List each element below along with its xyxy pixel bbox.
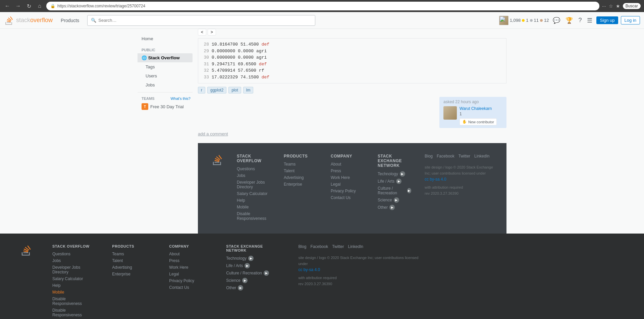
footer-2-network-other[interactable]: Other ▶ (226, 285, 281, 291)
footer-2-link-about[interactable]: About (169, 252, 209, 256)
license-link-1[interactable]: cc by-sa 4.0 (425, 176, 493, 183)
footer-link-dev-jobs-1[interactable]: Developer Jobs Directory (237, 180, 270, 189)
footer-link-enterprise-1[interactable]: Enterprise (284, 182, 317, 187)
sidebar-item-users[interactable]: Users (138, 71, 193, 80)
sidebar-item-home[interactable]: Home (138, 34, 193, 43)
footer-2-link-mobile[interactable]: Mobile (52, 290, 95, 295)
footer-link-disable-1[interactable]: Disable Responsiveness (237, 211, 270, 221)
footer-2-blog[interactable]: Blog (298, 244, 306, 249)
footer-2-twitter[interactable]: Twitter (332, 244, 344, 249)
license-suffix-1: with attribution required (425, 185, 463, 189)
menu-icon[interactable]: ☰ (586, 15, 594, 25)
footer-2-link-salary[interactable]: Salary Calculator (52, 276, 95, 281)
forward-button[interactable]: → (14, 2, 22, 10)
footer-link-help-1[interactable]: Help (237, 198, 270, 203)
network-item-other-1[interactable]: Other ▶ (378, 205, 411, 210)
sidebar-teams-cta[interactable]: T Free 30 Day Trial (138, 102, 193, 111)
footer-link-privacy-1[interactable]: Privacy Policy (331, 189, 364, 193)
footer-link-about-1[interactable]: About (331, 162, 364, 167)
footer-2-network-culture[interactable]: Culture / Recreation ▶ (226, 270, 281, 276)
network-item-tech-1[interactable]: Technology ▶ (378, 171, 411, 177)
back-button[interactable]: ← (3, 2, 11, 10)
bookmark-icon[interactable]: ☆ (609, 3, 613, 9)
footer-2-link-disable1[interactable]: Disable Responsiveness (52, 297, 95, 306)
footer-2-products-label: PRODUCTS (112, 244, 152, 248)
network-item-science-1[interactable]: Science ▶ (378, 197, 411, 203)
footer-2-link-help[interactable]: Help (52, 283, 95, 288)
address-bar[interactable]: 🔒 https://stackoverflow.com/review/triag… (46, 2, 599, 10)
footer-link-advertising-1[interactable]: Advertising (284, 175, 317, 180)
search-input[interactable]: Buscar (623, 3, 641, 9)
next-page-button[interactable]: > (208, 29, 216, 36)
footer-2-link-advertising[interactable]: Advertising (112, 265, 152, 270)
products-nav-button[interactable]: Products (58, 16, 82, 24)
footer-link-contact-1[interactable]: Contact Us (331, 195, 364, 200)
tag-plot[interactable]: plot (228, 87, 241, 93)
code-val2: 69.6500 (238, 61, 256, 68)
footer-2-linkedin[interactable]: LinkedIn (348, 244, 363, 249)
footer-facebook-1[interactable]: Facebook (437, 154, 454, 158)
footer-2-link-legal[interactable]: Legal (169, 272, 209, 276)
search-input[interactable] (98, 18, 312, 23)
footer-2-link-dev-jobs[interactable]: Developer Jobs Directory (52, 265, 95, 274)
code-val3: def (262, 74, 269, 81)
footer-2-facebook[interactable]: Facebook (310, 244, 328, 249)
footer-2-link-jobs[interactable]: Jobs (52, 258, 95, 263)
footer-2-link-disable2[interactable]: Disable Responsiveness (52, 308, 95, 317)
home-button[interactable]: ⌂ (36, 2, 44, 10)
footer-2-link-press[interactable]: Press (169, 258, 209, 263)
footer-2-license-link[interactable]: cc by-sa 4.0 (298, 267, 423, 273)
footer-2-link-enterprise[interactable]: Enterprise (112, 272, 152, 276)
footer-2-network-life-label: Life / Arts (226, 263, 243, 268)
footer-2-link-work-here[interactable]: Work Here (169, 265, 209, 270)
code-val3: def (262, 41, 269, 48)
footer-2-link-contact[interactable]: Contact Us (169, 285, 209, 290)
footer-linkedin-1[interactable]: LinkedIn (474, 154, 489, 158)
so-logo[interactable]: stackoverflow (4, 15, 53, 25)
code-line-33: 33 17.0222329 74.1500 def (201, 74, 503, 81)
footer-twitter-1[interactable]: Twitter (459, 154, 470, 158)
new-contributor-label: New contributor (468, 120, 494, 124)
log-in-button[interactable]: Log in (621, 16, 640, 24)
footer-link-jobs-1[interactable]: Jobs (237, 173, 270, 178)
footer-2-network-life[interactable]: Life / Arts ▶ (226, 263, 281, 268)
user-name[interactable]: Warut Chaleekarn (460, 106, 497, 111)
footer-2-link-questions[interactable]: Questions (52, 252, 95, 256)
footer-link-legal-1[interactable]: Legal (331, 182, 364, 187)
tag-ggplot2[interactable]: ggplot2 (207, 87, 226, 93)
footer-link-questions-1[interactable]: Questions (237, 167, 270, 171)
footer-2-link-talent[interactable]: Talent (112, 258, 152, 263)
network-item-culture-1[interactable]: Culture / Recreation ▶ (378, 186, 411, 195)
help-icon[interactable]: ? (577, 15, 583, 25)
star-icon[interactable]: ★ (616, 3, 620, 9)
inbox-icon[interactable]: 💬 (551, 15, 561, 25)
achievements-icon[interactable]: 🏆 (564, 15, 574, 25)
footer-link-talent-1[interactable]: Talent (284, 169, 317, 173)
add-comment-link[interactable]: add a comment (198, 131, 228, 136)
footer-2-link-teams[interactable]: Teams (112, 252, 152, 256)
footer-blog-1[interactable]: Blog (425, 154, 433, 158)
search-bar[interactable]: 🔍 (87, 15, 315, 26)
footer-link-salary-1[interactable]: Salary Calculator (237, 191, 270, 196)
footer-2-network-tech[interactable]: Technology ▶ (226, 256, 281, 261)
code-line-32: 32 5.4709914 57.6500 rf (201, 67, 503, 74)
footer-2-network-science[interactable]: Science ▶ (226, 278, 281, 283)
sidebar-item-so[interactable]: 🌐 Stack Overflow (138, 53, 193, 62)
footer-link-press-1[interactable]: Press (331, 169, 364, 173)
footer-link-work-here-1[interactable]: Work Here (331, 175, 364, 180)
user-card-body: Warut Chaleekarn 1 ✋ New contributor (443, 106, 502, 125)
reload-button[interactable]: ↻ (25, 2, 33, 10)
tag-lm[interactable]: lm (243, 87, 254, 93)
prev-page-button[interactable]: < (198, 29, 206, 36)
network-item-life-1[interactable]: Life / Arts ▶ (378, 179, 411, 184)
footer-2-company-label: COMPANY (169, 244, 209, 248)
footer-2-link-privacy[interactable]: Privacy Policy (169, 278, 209, 283)
sidebar-item-jobs[interactable]: Jobs (138, 80, 193, 89)
more-icon[interactable]: ··· (602, 3, 606, 9)
sidebar-item-tags[interactable]: Tags (138, 62, 193, 71)
whats-this-link[interactable]: What's this? (170, 97, 191, 101)
sign-up-button[interactable]: Sign up (596, 16, 618, 24)
footer-link-teams-1[interactable]: Teams (284, 162, 317, 167)
footer-link-mobile-1[interactable]: Mobile (237, 205, 270, 209)
tag-r[interactable]: r (198, 87, 205, 93)
